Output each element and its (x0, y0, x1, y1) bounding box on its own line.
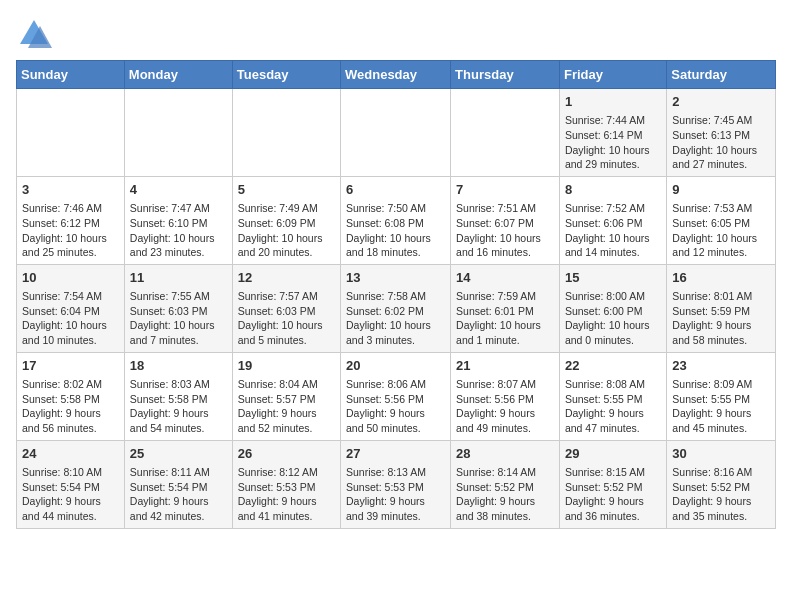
calendar-week-4: 17Sunrise: 8:02 AMSunset: 5:58 PMDayligh… (17, 352, 776, 440)
day-info: Sunrise: 8:06 AM (346, 377, 445, 392)
day-info: Sunrise: 7:46 AM (22, 201, 119, 216)
day-info: Sunset: 6:13 PM (672, 128, 770, 143)
day-number: 16 (672, 269, 770, 287)
day-info: Sunrise: 8:11 AM (130, 465, 227, 480)
calendar-cell (17, 89, 125, 177)
day-number: 13 (346, 269, 445, 287)
calendar-cell: 14Sunrise: 7:59 AMSunset: 6:01 PMDayligh… (451, 264, 560, 352)
day-info: Sunrise: 7:58 AM (346, 289, 445, 304)
day-info: Daylight: 9 hours and 54 minutes. (130, 406, 227, 435)
day-info: Sunset: 6:04 PM (22, 304, 119, 319)
calendar-cell: 28Sunrise: 8:14 AMSunset: 5:52 PMDayligh… (451, 440, 560, 528)
calendar-table: SundayMondayTuesdayWednesdayThursdayFrid… (16, 60, 776, 529)
day-info: Sunrise: 8:03 AM (130, 377, 227, 392)
calendar-cell: 20Sunrise: 8:06 AMSunset: 5:56 PMDayligh… (341, 352, 451, 440)
day-number: 12 (238, 269, 335, 287)
day-info: Sunset: 6:02 PM (346, 304, 445, 319)
day-number: 19 (238, 357, 335, 375)
day-info: Sunrise: 7:53 AM (672, 201, 770, 216)
day-info: Daylight: 10 hours and 1 minute. (456, 318, 554, 347)
day-info: Sunrise: 7:55 AM (130, 289, 227, 304)
day-info: Sunset: 6:09 PM (238, 216, 335, 231)
day-number: 9 (672, 181, 770, 199)
calendar-cell: 26Sunrise: 8:12 AMSunset: 5:53 PMDayligh… (232, 440, 340, 528)
day-number: 3 (22, 181, 119, 199)
day-info: Sunset: 5:56 PM (456, 392, 554, 407)
calendar-cell: 25Sunrise: 8:11 AMSunset: 5:54 PMDayligh… (124, 440, 232, 528)
day-number: 2 (672, 93, 770, 111)
calendar-cell: 29Sunrise: 8:15 AMSunset: 5:52 PMDayligh… (559, 440, 666, 528)
header-cell-saturday: Saturday (667, 61, 776, 89)
day-info: Sunset: 5:59 PM (672, 304, 770, 319)
calendar-cell: 11Sunrise: 7:55 AMSunset: 6:03 PMDayligh… (124, 264, 232, 352)
day-info: Sunrise: 7:52 AM (565, 201, 661, 216)
day-info: Sunrise: 8:13 AM (346, 465, 445, 480)
day-info: Daylight: 9 hours and 45 minutes. (672, 406, 770, 435)
day-info: Sunset: 6:01 PM (456, 304, 554, 319)
day-info: Daylight: 10 hours and 25 minutes. (22, 231, 119, 260)
day-info: Sunset: 6:10 PM (130, 216, 227, 231)
day-info: Daylight: 10 hours and 0 minutes. (565, 318, 661, 347)
calendar-week-5: 24Sunrise: 8:10 AMSunset: 5:54 PMDayligh… (17, 440, 776, 528)
day-number: 29 (565, 445, 661, 463)
day-info: Sunrise: 7:45 AM (672, 113, 770, 128)
calendar-header: SundayMondayTuesdayWednesdayThursdayFrid… (17, 61, 776, 89)
day-info: Sunset: 5:52 PM (672, 480, 770, 495)
day-info: Daylight: 9 hours and 38 minutes. (456, 494, 554, 523)
day-info: Daylight: 9 hours and 47 minutes. (565, 406, 661, 435)
day-info: Daylight: 10 hours and 20 minutes. (238, 231, 335, 260)
header-cell-sunday: Sunday (17, 61, 125, 89)
calendar-cell: 13Sunrise: 7:58 AMSunset: 6:02 PMDayligh… (341, 264, 451, 352)
calendar-cell: 17Sunrise: 8:02 AMSunset: 5:58 PMDayligh… (17, 352, 125, 440)
calendar-cell (451, 89, 560, 177)
calendar-cell: 3Sunrise: 7:46 AMSunset: 6:12 PMDaylight… (17, 176, 125, 264)
day-info: Daylight: 9 hours and 52 minutes. (238, 406, 335, 435)
day-info: Daylight: 9 hours and 42 minutes. (130, 494, 227, 523)
day-info: Sunset: 5:52 PM (565, 480, 661, 495)
calendar-cell: 23Sunrise: 8:09 AMSunset: 5:55 PMDayligh… (667, 352, 776, 440)
day-info: Daylight: 10 hours and 29 minutes. (565, 143, 661, 172)
day-info: Daylight: 10 hours and 3 minutes. (346, 318, 445, 347)
day-info: Sunrise: 8:01 AM (672, 289, 770, 304)
day-info: Daylight: 9 hours and 58 minutes. (672, 318, 770, 347)
day-number: 4 (130, 181, 227, 199)
day-info: Sunset: 6:14 PM (565, 128, 661, 143)
calendar-cell: 1Sunrise: 7:44 AMSunset: 6:14 PMDaylight… (559, 89, 666, 177)
day-info: Sunrise: 7:59 AM (456, 289, 554, 304)
day-info: Sunset: 6:03 PM (238, 304, 335, 319)
page-header (16, 16, 776, 52)
day-info: Daylight: 10 hours and 16 minutes. (456, 231, 554, 260)
day-info: Sunset: 5:58 PM (130, 392, 227, 407)
day-info: Sunrise: 8:16 AM (672, 465, 770, 480)
day-info: Daylight: 10 hours and 14 minutes. (565, 231, 661, 260)
header-cell-monday: Monday (124, 61, 232, 89)
day-number: 17 (22, 357, 119, 375)
day-number: 22 (565, 357, 661, 375)
calendar-cell: 16Sunrise: 8:01 AMSunset: 5:59 PMDayligh… (667, 264, 776, 352)
day-info: Daylight: 10 hours and 18 minutes. (346, 231, 445, 260)
day-info: Sunset: 5:53 PM (346, 480, 445, 495)
day-number: 28 (456, 445, 554, 463)
day-info: Sunrise: 7:47 AM (130, 201, 227, 216)
calendar-cell: 8Sunrise: 7:52 AMSunset: 6:06 PMDaylight… (559, 176, 666, 264)
day-info: Daylight: 9 hours and 50 minutes. (346, 406, 445, 435)
calendar-cell: 21Sunrise: 8:07 AMSunset: 5:56 PMDayligh… (451, 352, 560, 440)
day-info: Sunrise: 8:15 AM (565, 465, 661, 480)
day-number: 24 (22, 445, 119, 463)
logo (16, 16, 56, 52)
day-info: Daylight: 9 hours and 39 minutes. (346, 494, 445, 523)
calendar-cell: 27Sunrise: 8:13 AMSunset: 5:53 PMDayligh… (341, 440, 451, 528)
day-number: 6 (346, 181, 445, 199)
day-info: Sunrise: 7:50 AM (346, 201, 445, 216)
day-info: Daylight: 9 hours and 49 minutes. (456, 406, 554, 435)
calendar-cell: 4Sunrise: 7:47 AMSunset: 6:10 PMDaylight… (124, 176, 232, 264)
day-number: 7 (456, 181, 554, 199)
day-number: 10 (22, 269, 119, 287)
day-number: 1 (565, 93, 661, 111)
day-number: 21 (456, 357, 554, 375)
day-number: 8 (565, 181, 661, 199)
day-number: 11 (130, 269, 227, 287)
day-info: Sunset: 6:03 PM (130, 304, 227, 319)
calendar-cell (124, 89, 232, 177)
day-info: Sunset: 5:58 PM (22, 392, 119, 407)
